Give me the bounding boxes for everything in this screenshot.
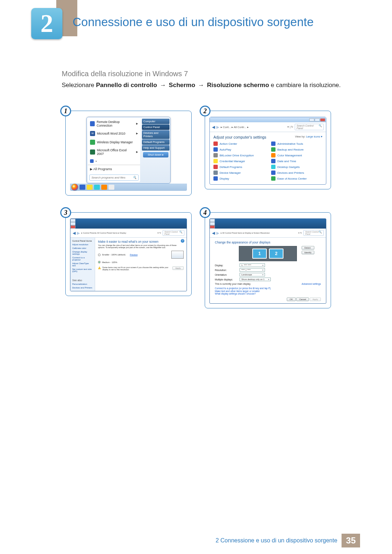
help-icon[interactable]: ? [181, 239, 184, 243]
footer-text: 2 Connessione e uso di un dispositivo so… [216, 537, 337, 544]
multidisplay-select[interactable]: Show desktop only on 1 [240, 278, 271, 281]
preview-icon [171, 251, 184, 259]
breadcrumb[interactable]: ▸ Control Panel ▸ All Control Panel Item… [81, 232, 156, 234]
larger-link[interactable]: Make text and other items larger or smal… [215, 290, 260, 292]
display-select[interactable]: 1. **** **** [240, 263, 265, 267]
right-item[interactable]: Help and Support [142, 145, 170, 151]
side-link[interactable]: Change display settings [72, 251, 93, 255]
start-item[interactable]: Remote Desktop Connection▶ [88, 118, 140, 129]
search-input[interactable]: Search Control Panel🔍 [303, 230, 324, 236]
side-link[interactable]: Set custom text size (DPI) [72, 268, 93, 272]
minimize-icon[interactable] [309, 118, 314, 122]
start-item[interactable]: WMicrosoft Word 2010▶ [88, 129, 140, 138]
taskbar-icon[interactable] [101, 185, 107, 190]
start-search[interactable]: Search programs and files🔍 [89, 175, 139, 181]
search-input[interactable]: Search Control Panel🔍 [295, 124, 324, 130]
what-link[interactable]: What display settings should I choose? [215, 292, 256, 295]
warning-text: Some items may not fit on your screen if… [102, 266, 171, 271]
cp-item[interactable]: Action Center [213, 141, 265, 146]
cp-item-display[interactable]: Display [213, 176, 265, 181]
cp-item[interactable]: Backup and Restore [271, 147, 322, 152]
search-input[interactable]: Search Control Panel🔍 [163, 230, 184, 236]
apply-button[interactable]: Apply [310, 297, 321, 301]
orientation-select[interactable]: Landscape [240, 273, 265, 276]
resolution-select[interactable]: **** × **** [240, 268, 265, 272]
right-item[interactable]: Computer [142, 119, 170, 124]
cp-item[interactable]: Ease of Access Center [271, 176, 322, 181]
start-item[interactable]: Microsoft Office Excel 2007▶ [88, 147, 140, 157]
cp-item[interactable]: Color Management [271, 153, 322, 157]
minimize-icon[interactable] [70, 219, 75, 222]
all-programs[interactable]: ▶ All Programs [88, 165, 140, 173]
side-link[interactable]: Devices and Printers [72, 287, 93, 289]
radio-medium[interactable]: Medium - 125% [98, 261, 184, 263]
side-link[interactable]: Personalization [72, 283, 93, 285]
connect-projector-link[interactable]: Connect to a projector (or press the ⊞ k… [215, 287, 271, 290]
radio-smaller[interactable]: Smaller - 100% (default)Preview [98, 251, 184, 259]
minimize-icon[interactable] [210, 219, 215, 222]
start-item[interactable]: Wireless Display Manager [88, 138, 140, 147]
label: Multiple displays: [215, 278, 236, 281]
maximize-icon[interactable] [315, 118, 320, 122]
step-badge-4: 4 [200, 207, 211, 218]
taskbar-icon[interactable] [94, 185, 100, 190]
maximize-icon[interactable] [70, 222, 75, 225]
cp-item[interactable]: Default Programs [213, 165, 265, 169]
nav-fwd-icon[interactable]: ▶ [216, 125, 219, 130]
maximize-icon[interactable] [210, 222, 215, 225]
label: Display: [215, 264, 236, 267]
control-panel-window: ◀ ▶ ▸ Cont... ▸ All Contr... ▸ ▾ | ↻ Sea… [209, 117, 326, 185]
titlebar [210, 117, 326, 122]
taskbar-icon[interactable] [79, 185, 85, 190]
right-item-control-panel[interactable]: Control Panel [142, 124, 170, 130]
shutdown-button[interactable]: Shut down ▸ [143, 152, 168, 157]
ok-button[interactable]: OK [287, 297, 296, 301]
page-number: 35 [342, 534, 360, 547]
breadcrumb[interactable]: ▸ Cont... ▸ All Contr... ▸ [221, 126, 286, 129]
monitor-picker[interactable]: 1 2 [239, 246, 297, 261]
breadcrumb[interactable]: ▸ All Control Panel Items ▸ Display ▸ Sc… [221, 232, 297, 234]
chapter-badge: 2 [31, 8, 62, 39]
cp-item[interactable]: Device Manager [213, 171, 265, 175]
display-text: You can change the size of text and othe… [98, 244, 184, 249]
taskbar-icon[interactable] [87, 185, 93, 190]
start-item-pinned[interactable]: » [88, 157, 140, 165]
cp-item[interactable]: Desktop Gadgets [271, 165, 322, 169]
close-icon[interactable] [320, 118, 325, 122]
apply-button[interactable]: Apply [172, 266, 184, 270]
monitor-2[interactable]: 2 [269, 249, 283, 259]
cp-item[interactable]: BitLocker Drive Encryption [213, 153, 265, 157]
cp-item[interactable]: Date and Time [271, 159, 322, 163]
search-icon: 🔍 [319, 124, 322, 130]
side-link[interactable]: Control Panel Home [72, 240, 93, 242]
cp-item[interactable]: Credential Manager [213, 159, 265, 163]
cp-item[interactable]: Administrative Tools [271, 141, 322, 146]
nav-fwd-icon[interactable]: ▶ [77, 231, 80, 235]
cp-item[interactable]: AutoPlay [213, 147, 265, 152]
nav-back-icon[interactable]: ◀ [73, 231, 75, 235]
cp-heading: Adjust your computer's settings [213, 135, 266, 139]
nav-back-icon[interactable]: ◀ [212, 231, 215, 235]
right-item[interactable]: Default Programs [142, 139, 170, 145]
close-icon[interactable] [210, 225, 215, 229]
right-item[interactable]: Devices and Printers [142, 130, 170, 139]
see-also: See also [72, 279, 93, 282]
start-orb-icon[interactable] [72, 184, 78, 190]
advanced-link[interactable]: Advanced settings [302, 283, 321, 285]
taskbar-icon[interactable] [109, 185, 114, 190]
side-link[interactable]: Calibrate color [72, 247, 93, 249]
cancel-button[interactable]: Cancel [296, 297, 309, 301]
figure-1: 1 Remote Desktop Connection▶ WMicrosoft … [62, 107, 192, 196]
side-link[interactable]: Adjust ClearType text [72, 262, 93, 267]
monitor-1[interactable]: 1 [252, 249, 267, 259]
cp-item[interactable]: Devices and Printers [271, 171, 322, 175]
side-link[interactable]: Connect to a projector [72, 257, 93, 261]
side-link[interactable]: Adjust resolution [72, 243, 93, 246]
nav-fwd-icon[interactable]: ▶ [216, 231, 219, 235]
identify-button[interactable]: Identify [302, 251, 314, 254]
detect-button[interactable]: Detect [302, 246, 314, 250]
nav-back-icon[interactable]: ◀ [212, 125, 215, 130]
view-by[interactable]: View by: Large icons ▾ [295, 135, 322, 139]
close-icon[interactable] [70, 225, 75, 229]
resolution-window: ◀▶ ▸ All Control Panel Items ▸ Display ▸… [209, 218, 326, 304]
